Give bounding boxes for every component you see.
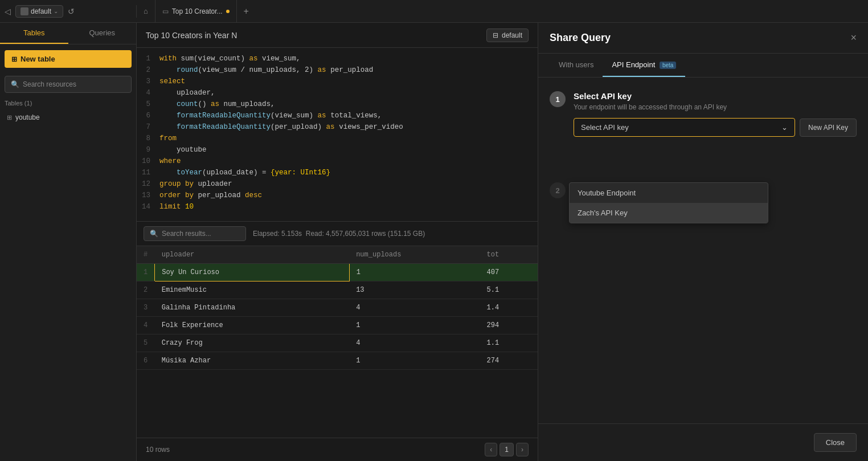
share-tab-api-endpoint[interactable]: API Endpoint beta xyxy=(603,54,685,77)
db-icon: ⊟ xyxy=(493,31,498,39)
query-tab-label: Top 10 Creator... xyxy=(172,7,223,15)
row-3-uploader: Galinha Pintadinha xyxy=(155,299,349,317)
query-tab-icon: ▭ xyxy=(162,7,169,15)
api-key-select-label: Select API key xyxy=(581,123,629,132)
step-1-desc: Your endpoint will be accessed through a… xyxy=(574,103,857,111)
col-header-uploader: uploader xyxy=(155,246,349,264)
search-results-input[interactable]: 🔍 Search results... xyxy=(144,226,246,241)
add-tab-button[interactable]: + xyxy=(237,6,256,17)
share-panel: Share Query × With users API Endpoint be… xyxy=(538,23,868,461)
api-key-row: Select API key ⌄ New API Key xyxy=(574,118,857,137)
row-1-tot: 407 xyxy=(480,264,538,282)
sidebar-tabs: Tables Queries xyxy=(0,23,136,44)
back-icon[interactable]: ◁ xyxy=(5,7,11,16)
sidebar-item-youtube[interactable]: ⊞ youtube xyxy=(0,110,136,125)
unsaved-dot xyxy=(226,10,230,13)
pagination-controls: ‹ 1 › xyxy=(485,443,529,456)
code-editor[interactable]: 1 with sum(view_count) as view_sum, 2 ro… xyxy=(137,48,538,221)
row-3-tot: 1.4 xyxy=(480,299,538,317)
table-row[interactable]: 5 Crazy Frog 4 1.1 xyxy=(137,334,538,352)
workspace-icon xyxy=(21,7,28,15)
share-tab-with-users[interactable]: With users xyxy=(550,54,603,77)
search-resources-label: Search resources xyxy=(23,80,76,88)
share-tabs: With users API Endpoint beta xyxy=(538,54,868,77)
new-api-key-button[interactable]: New API Key xyxy=(800,119,857,137)
code-line-12: 12 group by uploader xyxy=(137,180,538,191)
api-key-dropdown: Youtube Endpoint Zach's API Key xyxy=(569,182,768,223)
chevron-down-icon: ⌄ xyxy=(54,8,58,14)
workspace-selector[interactable]: default ⌄ xyxy=(15,5,63,18)
share-panel-footer: Close xyxy=(538,423,868,461)
search-results-icon: 🔍 xyxy=(150,230,158,238)
next-page-button[interactable]: › xyxy=(516,443,529,456)
row-5-uploader: Crazy Frog xyxy=(155,334,349,352)
row-3-num: 3 xyxy=(137,299,155,317)
code-line-3: 3 select xyxy=(137,77,538,89)
new-table-button[interactable]: ⊞ New table xyxy=(5,50,132,68)
close-footer-button[interactable]: Close xyxy=(814,433,857,452)
table-item-label: youtube xyxy=(15,113,40,121)
db-badge: ⊟ default xyxy=(486,28,529,42)
step-1-content: Select API key Your endpoint will be acc… xyxy=(574,91,857,137)
code-line-4: 4 uploader, xyxy=(137,89,538,100)
code-line-9: 9 youtube xyxy=(137,146,538,157)
table-row[interactable]: 2 EminemMusic 13 5.1 xyxy=(137,282,538,299)
beta-badge: beta xyxy=(660,62,676,69)
refresh-button[interactable]: ↺ xyxy=(68,7,75,16)
search-resources[interactable]: 🔍 Search resources xyxy=(5,76,132,93)
row-1-num: 1 xyxy=(137,264,155,282)
dropdown-item-youtube[interactable]: Youtube Endpoint xyxy=(570,183,768,203)
row-4-uploader: Folk Experience xyxy=(155,317,349,334)
page-1-button[interactable]: 1 xyxy=(499,443,514,456)
dropdown-item-zach[interactable]: Zach's API Key xyxy=(570,203,768,223)
row-5-tot: 1.1 xyxy=(480,334,538,352)
row-6-num: 6 xyxy=(137,352,155,370)
code-line-10: 10 where xyxy=(137,157,538,169)
query-area: Top 10 Creators in Year N ⊟ default 1 wi… xyxy=(137,23,538,461)
row-2-uploader: EminemMusic xyxy=(155,282,349,299)
query-tab[interactable]: ▭ Top 10 Creator... xyxy=(155,0,237,22)
prev-page-button[interactable]: ‹ xyxy=(485,443,497,456)
code-line-7: 7 formatReadableQuantity(per_upload) as … xyxy=(137,123,538,134)
row-2-num-uploads: 13 xyxy=(349,282,480,299)
share-panel-header: Share Query × xyxy=(538,23,868,54)
table-row[interactable]: 3 Galinha Pintadinha 4 1.4 xyxy=(137,299,538,317)
sidebar: Tables Queries ⊞ New table 🔍 Search reso… xyxy=(0,23,137,461)
row-1-num-uploads: 1 xyxy=(349,264,480,282)
code-line-11: 11 toYear(upload_date) = {year: UInt16} xyxy=(137,169,538,180)
db-name: default xyxy=(502,31,522,39)
row-2-num: 2 xyxy=(137,282,155,299)
step-1-title: Select API key xyxy=(574,91,857,101)
code-line-5: 5 count() as num_uploads, xyxy=(137,100,538,112)
col-header-num-uploads: num_uploads xyxy=(349,246,480,264)
api-key-select[interactable]: Select API key ⌄ xyxy=(574,118,795,137)
results-table: # uploader num_uploads tot 1 Soy Un Curi… xyxy=(137,246,538,438)
row-6-num-uploads: 1 xyxy=(349,352,480,370)
home-button[interactable]: ⌂ xyxy=(137,0,155,22)
row-4-num-uploads: 1 xyxy=(349,317,480,334)
search-icon: 🔍 xyxy=(11,80,19,88)
workspace-name: default xyxy=(31,7,51,15)
sidebar-tab-tables[interactable]: Tables xyxy=(0,23,68,44)
rows-count: 10 rows xyxy=(146,446,170,454)
search-results-placeholder: Search results... xyxy=(162,230,211,238)
table-row[interactable]: 1 Soy Un Curioso 1 407 xyxy=(137,264,538,282)
code-line-13: 13 order by per_upload desc xyxy=(137,191,538,203)
top-bar: ◁ default ⌄ ↺ ⌂ ▭ Top 10 Creator... + xyxy=(0,0,868,23)
main-content: Tables Queries ⊞ New table 🔍 Search reso… xyxy=(0,23,868,461)
sidebar-tab-queries[interactable]: Queries xyxy=(68,23,137,44)
code-line-14: 14 limit 10 xyxy=(137,203,538,214)
code-line-1: 1 with sum(view_count) as view_sum, xyxy=(137,55,538,66)
col-header-tot: tot xyxy=(480,246,538,264)
table-row[interactable]: 4 Folk Experience 1 294 xyxy=(137,317,538,334)
step-1-number: 1 xyxy=(550,91,566,107)
table-row[interactable]: 6 Músika Azhar 1 274 xyxy=(137,352,538,370)
row-1-uploader: Soy Un Curioso xyxy=(155,264,349,282)
row-3-num-uploads: 4 xyxy=(349,299,480,317)
close-share-panel-button[interactable]: × xyxy=(850,32,857,44)
col-header-num: # xyxy=(137,246,155,264)
step-2-number: 2 xyxy=(550,182,566,198)
elapsed-info: Elapsed: 5.153s Read: 4,557,605,031 rows… xyxy=(253,230,425,238)
row-5-num-uploads: 4 xyxy=(349,334,480,352)
top-bar-left: ◁ default ⌄ ↺ xyxy=(0,5,137,18)
